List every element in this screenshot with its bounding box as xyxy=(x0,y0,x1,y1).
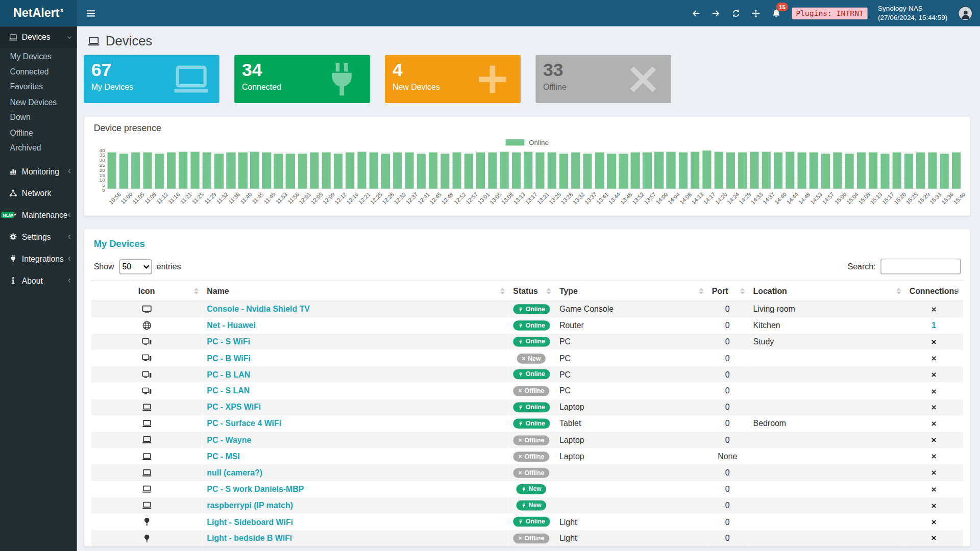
new-feature-badge: NEW xyxy=(1,212,14,218)
sidebar-item-devices[interactable]: Devices xyxy=(0,26,77,48)
forward-button[interactable] xyxy=(712,9,721,18)
column-header-name[interactable]: Name xyxy=(202,281,508,300)
no-connection-icon[interactable]: × xyxy=(931,369,936,380)
status-badge: ×Offline xyxy=(513,386,549,396)
move-button[interactable] xyxy=(751,9,761,18)
sidebar-item-about[interactable]: About xyxy=(0,270,77,292)
sidebar-subitem-connected[interactable]: Connected xyxy=(0,64,77,79)
sidebar-subitem-down[interactable]: Down xyxy=(0,110,77,125)
presence-bar xyxy=(952,153,961,189)
device-name-link[interactable]: Net - Huawei xyxy=(207,321,256,330)
sidebar-subitem-offline[interactable]: Offline xyxy=(0,125,77,140)
plug-icon xyxy=(323,60,361,98)
device-name-link[interactable]: PC - Surface 4 WiFi xyxy=(207,419,281,428)
device-name-link[interactable]: PC - S work Daniels-MBP xyxy=(207,484,304,493)
summary-card-new-devices[interactable]: 4New Devices xyxy=(385,55,521,103)
device-name-link[interactable]: Console - Nvidia Shield TV xyxy=(207,305,310,314)
app-logo[interactable]: NetAlertx xyxy=(0,0,77,26)
connections-cell: × xyxy=(904,334,963,350)
column-header-icon[interactable]: Icon xyxy=(91,281,202,300)
entries-select[interactable]: 50 xyxy=(119,259,152,274)
back-button[interactable] xyxy=(692,9,701,18)
column-header-type[interactable]: Type xyxy=(554,281,707,300)
connections-count-link[interactable]: 1 xyxy=(932,321,936,330)
sidebar-item-integrations[interactable]: Integrations xyxy=(0,248,77,270)
refresh-button[interactable] xyxy=(731,9,741,18)
host-name: Synology-NAS xyxy=(878,4,947,13)
no-connection-icon[interactable]: × xyxy=(931,467,936,478)
sidebar-item-maintenance[interactable]: NEWMaintenance xyxy=(0,204,77,226)
no-connection-icon[interactable]: × xyxy=(931,435,936,445)
summary-card-connected[interactable]: 34Connected xyxy=(234,55,370,103)
device-name-link[interactable]: PC - XPS WiFi xyxy=(207,403,261,412)
presence-bar xyxy=(738,153,747,189)
content-area: 67My Devices34Connected4New Devices33Off… xyxy=(77,55,971,547)
search-input[interactable] xyxy=(880,259,961,274)
no-connection-icon[interactable]: × xyxy=(931,304,936,314)
no-connection-icon[interactable]: × xyxy=(931,517,936,527)
no-connection-icon[interactable]: × xyxy=(931,337,936,347)
plug-icon xyxy=(521,503,526,508)
device-row: raspberrypi (IP match)New0× xyxy=(91,497,963,513)
device-name-link[interactable]: Light - bedside B WiFi xyxy=(207,533,292,542)
sidebar-toggle-button[interactable] xyxy=(77,0,105,26)
no-connection-icon[interactable]: × xyxy=(931,386,936,396)
presence-bar xyxy=(464,154,473,189)
sidebar-menu: DevicesMy DevicesConnectedFavoritesNew D… xyxy=(0,26,77,291)
no-connection-icon[interactable]: × xyxy=(931,402,936,412)
sidebar-subitem-new-devices[interactable]: New Devices xyxy=(0,94,77,110)
plug-icon xyxy=(518,405,523,410)
summary-card-my-devices[interactable]: 67My Devices xyxy=(84,55,219,103)
no-connection-icon[interactable]: × xyxy=(931,353,936,363)
presence-bar xyxy=(821,154,830,189)
device-name-link[interactable]: PC - MSI xyxy=(207,452,240,461)
entries-label: entries xyxy=(157,262,181,271)
presence-bar xyxy=(559,154,568,189)
sidebar-subitem-favorites[interactable]: Favorites xyxy=(0,79,77,94)
x-icon: × xyxy=(518,535,522,541)
devices-table: IconNameStatusTypePortLocationConnection… xyxy=(91,281,963,546)
device-name-link[interactable]: PC - Wayne xyxy=(207,435,251,444)
device-type-icon-cell xyxy=(91,481,202,497)
sidebar-item-network[interactable]: Network xyxy=(0,182,77,204)
connections-cell: × xyxy=(904,383,963,399)
sidebar-subitem-archived[interactable]: Archived xyxy=(0,140,77,156)
presence-bar xyxy=(678,153,687,189)
device-name-link[interactable]: PC - S WiFi xyxy=(207,337,250,346)
device-name-link[interactable]: raspberrypi (IP match) xyxy=(207,500,293,510)
laptop-icon xyxy=(141,468,152,478)
no-connection-icon[interactable]: × xyxy=(931,484,936,494)
no-connection-icon[interactable]: × xyxy=(931,533,936,543)
status-badge: ×Offline xyxy=(513,533,549,543)
connections-cell: × xyxy=(904,530,963,546)
person-icon xyxy=(960,9,971,20)
x-icon: × xyxy=(522,355,525,361)
sidebar-subitem-my-devices[interactable]: My Devices xyxy=(0,49,77,64)
presence-bar xyxy=(667,152,675,189)
device-name-link[interactable]: PC - S LAN xyxy=(207,386,250,395)
arrow-left-icon xyxy=(692,9,701,18)
device-name-link[interactable]: PC - B WiFi xyxy=(207,354,251,363)
no-connection-icon[interactable]: × xyxy=(931,500,936,511)
no-connection-icon[interactable]: × xyxy=(931,418,936,429)
presence-bar xyxy=(369,153,378,189)
device-location xyxy=(748,399,904,415)
device-type-icon-cell xyxy=(91,497,202,513)
summary-card-offline[interactable]: 33Offline xyxy=(535,55,671,103)
device-name-link[interactable]: null (camera?) xyxy=(207,468,262,477)
column-header-location[interactable]: Location xyxy=(748,281,904,300)
device-name-link[interactable]: PC - B LAN xyxy=(207,370,250,379)
notifications-button[interactable]: 15 xyxy=(771,8,781,18)
chevron-left-icon xyxy=(66,256,72,262)
no-connection-icon[interactable]: × xyxy=(931,451,936,461)
column-header-connections[interactable]: Connections xyxy=(904,281,963,300)
user-avatar[interactable] xyxy=(958,6,972,20)
column-header-port[interactable]: Port xyxy=(707,281,748,300)
plugins-alert-badge[interactable]: Plugins: INTRNT xyxy=(792,7,867,19)
sidebar-item-settings[interactable]: Settings xyxy=(0,226,77,248)
device-name-link[interactable]: Light - Sideboard WiFi xyxy=(207,517,293,526)
content-header: Devices xyxy=(77,26,980,55)
device-port: 0 xyxy=(707,530,748,546)
sidebar-item-monitoring[interactable]: Monitoring xyxy=(0,161,77,183)
column-header-status[interactable]: Status xyxy=(508,281,555,300)
